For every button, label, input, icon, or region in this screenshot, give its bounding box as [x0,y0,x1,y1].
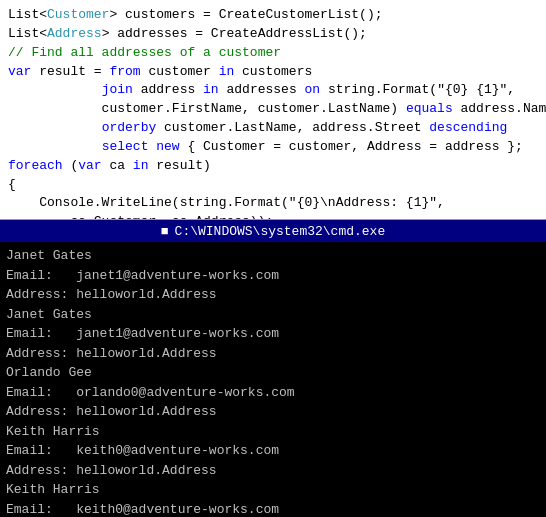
cmd-line: Address: helloworld.Address [6,285,540,305]
code-line: var result = from customer in customers [8,63,538,82]
code-line: join address in addresses on string.Form… [8,81,538,100]
cmd-line: Keith Harris [6,422,540,442]
cmd-line: Address: helloworld.Address [6,402,540,422]
cmd-line: Address: helloworld.Address [6,461,540,481]
cmd-line: Email: janet1@adventure-works.com [6,266,540,286]
cmd-icon: ■ [161,224,169,239]
code-line: foreach (var ca in result) [8,157,538,176]
code-line: List<Customer> customers = CreateCustome… [8,6,538,25]
code-line: customer.FirstName, customer.LastName) e… [8,100,538,119]
code-line: Console.WriteLine(string.Format("{0}\nAd… [8,194,538,213]
cmd-line: Address: helloworld.Address [6,344,540,364]
code-line: ca.Customer, ca.Address)); [8,213,538,220]
cmd-line: Email: keith0@adventure-works.com [6,441,540,461]
code-line: { [8,176,538,195]
cmd-title: C:\WINDOWS\system32\cmd.exe [175,224,386,239]
code-line: orderby customer.LastName, address.Stree… [8,119,538,138]
cmd-line: Janet Gates [6,305,540,325]
code-line: select new { Customer = customer, Addres… [8,138,538,157]
cmd-line: Email: keith0@adventure-works.com [6,500,540,518]
cmd-line: Janet Gates [6,246,540,266]
cmd-line: Orlando Gee [6,363,540,383]
code-editor: List<Customer> customers = CreateCustome… [0,0,546,220]
code-line: // Find all addresses of a customer [8,44,538,63]
cmd-titlebar: ■ C:\WINDOWS\system32\cmd.exe [0,220,546,242]
cmd-line: Keith Harris [6,480,540,500]
code-line: List<Address> addresses = CreateAddressL… [8,25,538,44]
cmd-output: Janet GatesEmail: janet1@adventure-works… [0,242,546,517]
cmd-line: Email: janet1@adventure-works.com [6,324,540,344]
cmd-line: Email: orlando0@adventure-works.com [6,383,540,403]
